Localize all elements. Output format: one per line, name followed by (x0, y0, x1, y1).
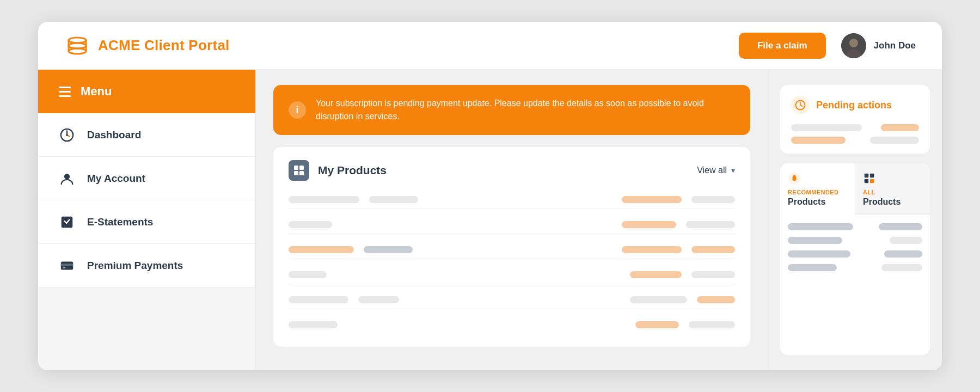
sidebar-item-label-dashboard: Dashboard (87, 129, 141, 141)
sidebar-item-label-payments: Premium Payments (87, 260, 183, 272)
products-card-title-area: My Products (289, 160, 387, 181)
products-card: My Products View all ▾ (273, 147, 750, 347)
svg-rect-13 (61, 264, 73, 266)
svg-rect-24 (870, 179, 874, 183)
logo-icon (64, 33, 90, 59)
header: ACME Client Portal File a claim John Doe (38, 22, 942, 70)
svg-rect-16 (299, 166, 304, 170)
pending-item (791, 137, 919, 144)
sidebar-item-label-account: My Account (87, 173, 145, 185)
skeleton-row (289, 266, 735, 284)
dashboard-icon (59, 127, 75, 143)
user-name: John Doe (874, 40, 916, 51)
tab-recommended-sublabel: Recommended (788, 189, 838, 195)
sidebar: Menu Dashboard (38, 70, 256, 370)
products-card-title: My Products (318, 164, 387, 177)
menu-label: Menu (81, 84, 112, 99)
tab-all-sublabel: All (863, 189, 875, 195)
statements-icon (59, 214, 75, 230)
svg-rect-22 (870, 174, 874, 177)
flame-icon (788, 172, 802, 186)
chevron-down-icon: ▾ (731, 166, 735, 175)
tab-recommended-label: Products (788, 197, 825, 207)
recommended-products-card: Recommended Products All (780, 163, 930, 355)
tab-all-label: Products (863, 197, 901, 207)
info-icon: i (289, 101, 306, 119)
svg-point-2 (69, 48, 86, 54)
rec-row (788, 264, 922, 271)
clock-icon (791, 96, 810, 114)
svg-point-10 (64, 174, 70, 179)
skeleton-row (289, 191, 735, 209)
alert-text: Your subscription is pending payment upd… (316, 97, 735, 123)
pending-header: Pending actions (791, 96, 919, 114)
tab-all-products[interactable]: All Products (855, 163, 930, 215)
svg-point-6 (849, 39, 858, 47)
pending-items (791, 124, 919, 144)
rec-tabs: Recommended Products All (780, 163, 930, 215)
pending-title: Pending actions (816, 100, 892, 111)
payments-icon (59, 258, 75, 274)
sidebar-item-dashboard[interactable]: Dashboard (38, 113, 255, 157)
skeleton-row (289, 216, 735, 234)
logo-title: ACME Client Portal (98, 37, 230, 54)
rec-body (780, 215, 930, 280)
sidebar-item-premium-payments[interactable]: Premium Payments (38, 244, 255, 287)
sidebar-item-label-statements: E-Statements (87, 216, 153, 228)
file-claim-button[interactable]: File a claim (739, 33, 826, 59)
avatar (841, 33, 866, 58)
skeleton-row (289, 316, 735, 334)
logo-area: ACME Client Portal (64, 33, 739, 59)
body-layout: Menu Dashboard (38, 70, 942, 370)
right-panel: Pending actions (768, 70, 942, 370)
products-skeleton (289, 191, 735, 334)
user-area: John Doe (841, 33, 916, 58)
products-card-header: My Products View all ▾ (289, 160, 735, 181)
pending-item (791, 124, 919, 131)
grid-icon (863, 172, 877, 186)
sidebar-item-my-account[interactable]: My Account (38, 157, 255, 200)
svg-rect-15 (294, 166, 298, 170)
hamburger-icon (59, 87, 71, 97)
pending-actions-card: Pending actions (780, 85, 930, 154)
skeleton-row (289, 291, 735, 309)
svg-rect-18 (299, 171, 304, 175)
svg-rect-21 (865, 174, 868, 177)
svg-rect-23 (865, 179, 868, 183)
tab-recommended-products[interactable]: Recommended Products (780, 163, 855, 215)
main-content: i Your subscription is pending payment u… (256, 70, 768, 370)
sidebar-menu-header[interactable]: Menu (38, 70, 255, 113)
rec-row (788, 250, 922, 258)
skeleton-row (289, 241, 735, 259)
svg-rect-17 (294, 171, 298, 175)
portal-wrapper: ACME Client Portal File a claim John Doe (38, 22, 942, 370)
header-actions: File a claim John Doe (739, 33, 916, 59)
rec-row (788, 237, 922, 244)
account-icon (59, 170, 75, 187)
view-all-button[interactable]: View all ▾ (697, 166, 735, 175)
rec-row (788, 223, 922, 230)
sidebar-item-e-statements[interactable]: E-Statements (38, 200, 255, 244)
svg-rect-14 (63, 267, 66, 268)
svg-point-9 (66, 134, 68, 136)
products-box-icon (289, 160, 309, 181)
alert-banner: i Your subscription is pending payment u… (273, 85, 750, 135)
